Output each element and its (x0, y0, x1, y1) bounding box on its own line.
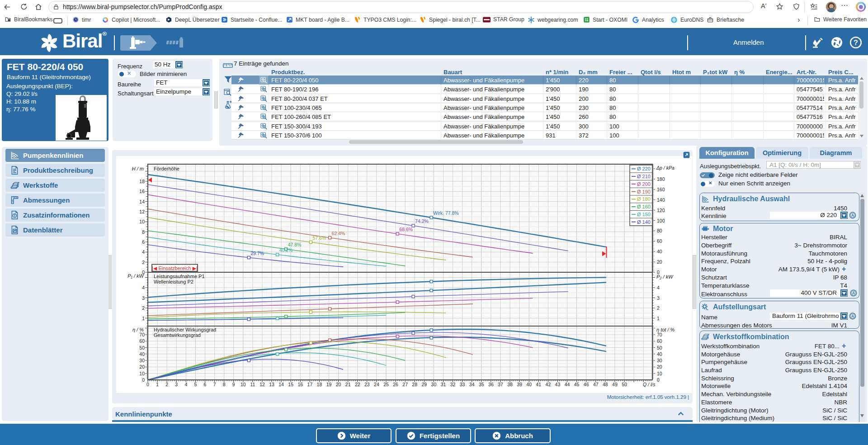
svg-text:180: 180 (657, 176, 665, 182)
svg-text:Gesamtwirkungsgrad: Gesamtwirkungsgrad (154, 332, 201, 338)
svg-text:160: 160 (657, 187, 665, 192)
svg-text:2: 2 (165, 382, 168, 387)
svg-text:60: 60 (139, 338, 145, 344)
svg-text:Ø 200: Ø 200 (637, 181, 651, 187)
svg-text:31: 31 (441, 382, 446, 387)
svg-text:3: 3 (657, 295, 660, 301)
svg-text:Ø 210: Ø 210 (637, 174, 651, 179)
svg-text:28: 28 (412, 382, 417, 387)
svg-text:7: 7 (213, 382, 216, 387)
svg-text:40: 40 (526, 382, 532, 387)
svg-text:10: 10 (657, 371, 662, 376)
svg-text:11: 11 (250, 382, 255, 387)
svg-text:12: 12 (259, 382, 265, 387)
svg-text:η / %: η / % (132, 327, 144, 332)
svg-text:Δp / kPa: Δp / kPa (656, 165, 675, 170)
svg-text:36: 36 (488, 382, 494, 387)
svg-text:17: 17 (307, 382, 313, 387)
svg-text:1: 1 (156, 382, 159, 387)
svg-text:Wirk. 77.8%: Wirk. 77.8% (433, 210, 459, 216)
svg-text:Ø 190: Ø 190 (637, 189, 651, 194)
svg-text:P₁ / kW: P₁ / kW (127, 273, 144, 279)
svg-text:35: 35 (479, 382, 484, 387)
svg-text:60: 60 (657, 238, 662, 244)
svg-text:H / m: H / m (132, 166, 144, 171)
svg-text:50: 50 (139, 345, 145, 350)
svg-text:30: 30 (139, 358, 145, 363)
svg-text:50: 50 (657, 345, 662, 350)
svg-text:21: 21 (345, 382, 351, 387)
svg-text:40: 40 (139, 351, 145, 357)
svg-text:16: 16 (297, 382, 303, 387)
svg-text:14: 14 (278, 382, 284, 387)
svg-text:50: 50 (622, 382, 627, 387)
svg-text:30: 30 (431, 382, 437, 387)
svg-text:A: A (851, 314, 854, 318)
svg-text:57.6%: 57.6% (313, 235, 326, 241)
svg-text:40: 40 (657, 351, 662, 357)
svg-text:Ø 150: Ø 150 (637, 212, 651, 217)
svg-text:P₂ / kW: P₂ / kW (656, 274, 674, 279)
svg-text:4: 4 (142, 285, 145, 290)
svg-text:A: A (852, 291, 855, 295)
svg-text:2: 2 (657, 305, 660, 311)
svg-text:47: 47 (593, 382, 599, 387)
svg-text:47.8%: 47.8% (288, 242, 302, 247)
svg-text:η tot / %: η tot / % (656, 327, 675, 332)
svg-text:4: 4 (184, 382, 187, 387)
svg-text:34: 34 (469, 382, 475, 387)
svg-text:16: 16 (139, 189, 145, 194)
svg-text:Ø 220: Ø 220 (637, 166, 651, 171)
svg-text:29.7%: 29.7% (250, 251, 264, 256)
svg-text:20: 20 (139, 364, 145, 369)
svg-text:20: 20 (657, 259, 662, 265)
svg-text:1: 1 (142, 316, 145, 321)
svg-text:9: 9 (232, 382, 235, 387)
svg-text:38: 38 (507, 382, 513, 387)
svg-text:Hydraulischer Wirkungsgrad: Hydraulischer Wirkungsgrad (154, 327, 216, 332)
svg-text:3: 3 (142, 295, 145, 301)
svg-text:10: 10 (139, 371, 145, 376)
svg-text:10: 10 (139, 219, 145, 224)
svg-text:39: 39 (517, 382, 522, 387)
svg-text:70: 70 (139, 332, 145, 337)
svg-text:74.2%: 74.2% (415, 218, 429, 224)
svg-text:43: 43 (555, 382, 561, 387)
svg-text:62.4%: 62.4% (332, 231, 345, 236)
svg-text:A: A (851, 213, 854, 218)
svg-text:70: 70 (657, 332, 662, 337)
svg-text:0: 0 (142, 377, 145, 383)
svg-text:Leistungsaufnahme P1: Leistungsaufnahme P1 (154, 274, 205, 279)
svg-text:23: 23 (364, 382, 370, 387)
svg-text:18: 18 (139, 179, 145, 184)
svg-text:0: 0 (657, 377, 660, 383)
svg-text:18: 18 (317, 382, 322, 387)
svg-text:4: 4 (142, 249, 145, 255)
svg-text:29: 29 (421, 382, 427, 387)
svg-text:68.6%: 68.6% (399, 227, 413, 232)
svg-text:27: 27 (402, 382, 408, 387)
svg-text:40: 40 (657, 249, 662, 254)
svg-text:22: 22 (355, 382, 360, 387)
svg-text:|◀ Einsatzbereich ▶|: |◀ Einsatzbereich ▶| (152, 265, 198, 271)
svg-text:12: 12 (139, 209, 145, 214)
svg-text:Ø 180: Ø 180 (637, 196, 651, 202)
svg-text:8: 8 (142, 229, 145, 235)
svg-text:Ø 160: Ø 160 (637, 204, 651, 209)
svg-text:4: 4 (657, 285, 660, 290)
svg-text:Wellenleistung P2: Wellenleistung P2 (154, 279, 193, 284)
svg-text:32: 32 (450, 382, 456, 387)
svg-text:41: 41 (536, 382, 541, 387)
svg-text:3: 3 (175, 382, 178, 387)
svg-text:13: 13 (269, 382, 274, 387)
svg-text:Förderhöhe: Förderhöhe (154, 166, 179, 171)
svg-text:10: 10 (241, 382, 246, 387)
svg-text:Q / l/s: Q / l/s (643, 382, 656, 387)
svg-text:60: 60 (657, 338, 662, 344)
svg-text:30: 30 (657, 358, 662, 363)
svg-text:14: 14 (139, 199, 145, 204)
svg-text:6: 6 (204, 382, 207, 387)
svg-text:8: 8 (223, 382, 226, 387)
svg-text:25: 25 (383, 382, 389, 387)
svg-text:?: ? (854, 39, 858, 47)
